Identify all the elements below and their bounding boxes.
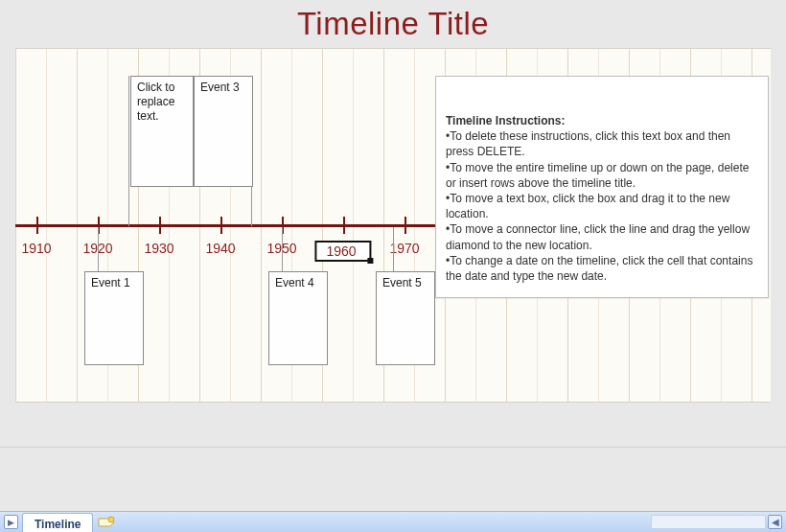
tick: [220, 217, 222, 234]
timeline-canvas[interactable]: 1910 1920 1930 1940 1950 1960 1970 Click…: [15, 48, 771, 403]
instruction-item: To change a date on the timeline, click …: [446, 253, 758, 284]
sheet-tab-label: Timeline: [35, 518, 81, 531]
hscroll-track[interactable]: [651, 515, 766, 529]
instruction-item: To delete these instructions, click this…: [446, 128, 758, 159]
date-cell[interactable]: 1930: [144, 241, 173, 256]
connector-line[interactable]: [393, 227, 394, 275]
sheet-tab-bar: ▶ Timeline ◀: [0, 511, 786, 532]
event-box[interactable]: Click to replace text.: [130, 76, 194, 187]
instructions-heading: Timeline Instructions:: [446, 114, 565, 127]
event-box[interactable]: Event 3: [194, 76, 253, 187]
instruction-item: To move a connector line, click the line…: [446, 221, 758, 252]
event-box[interactable]: Event 5: [376, 271, 435, 365]
svg-point-0: [108, 517, 114, 522]
sheet-tab-timeline[interactable]: Timeline: [22, 513, 93, 532]
timeline-axis: [15, 224, 437, 227]
instruction-item: To move the entire timeline up or down o…: [446, 160, 758, 191]
date-cell-selected[interactable]: 1960: [314, 241, 371, 262]
divider: [0, 447, 786, 448]
chevron-left-icon: ◀: [772, 517, 779, 527]
connector-line[interactable]: [282, 227, 283, 275]
tick: [343, 217, 345, 234]
tick: [36, 217, 38, 234]
tick: [159, 217, 161, 234]
event-box[interactable]: Event 4: [268, 271, 328, 365]
page-title[interactable]: Timeline Title: [0, 6, 786, 42]
tab-nav-button[interactable]: ▶: [4, 515, 18, 529]
new-sheet-icon: [98, 516, 117, 529]
connector-line[interactable]: [128, 76, 129, 226]
date-cell[interactable]: 1970: [389, 241, 419, 256]
hscroll-left-button[interactable]: ◀: [768, 515, 782, 529]
play-icon: ▶: [8, 518, 14, 527]
connector-line[interactable]: [98, 227, 99, 275]
date-cell[interactable]: 1910: [21, 241, 51, 256]
date-cell[interactable]: 1940: [205, 241, 235, 256]
instruction-item: To move a text box, click the box and dr…: [446, 191, 758, 221]
event-box[interactable]: Event 1: [84, 271, 144, 365]
page: Timeline Title 1910 1920 1930 1940 1950 …: [0, 0, 786, 532]
new-sheet-button[interactable]: [97, 516, 118, 529]
tick: [405, 217, 406, 234]
instructions-box[interactable]: Timeline Instructions: To delete these i…: [435, 76, 769, 298]
